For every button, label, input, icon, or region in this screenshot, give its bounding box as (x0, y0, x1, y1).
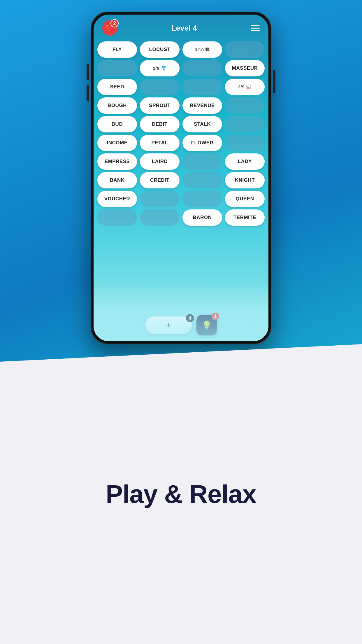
water-shimmer (94, 283, 268, 341)
word-chip-5-0[interactable]: INCOME (97, 135, 137, 151)
word-chip-4-2[interactable]: STALK (182, 116, 222, 132)
word-chip-3-0[interactable]: BOUGH (97, 97, 137, 114)
word-chip-0-3 (225, 41, 265, 58)
word-chip-9-1 (140, 209, 180, 226)
word-chip-8-2 (182, 191, 222, 207)
word-chip-5-3 (225, 135, 265, 151)
word-chip-9-2[interactable]: BARON (182, 209, 222, 226)
word-chip-8-0[interactable]: VOUCHER (97, 191, 137, 207)
word-chip-3-2[interactable]: REVENUE (182, 97, 222, 114)
word-chip-9-0 (97, 209, 137, 226)
word-chip-8-1 (140, 191, 180, 207)
word-chip-7-1[interactable]: CREDIT (140, 172, 180, 188)
word-row-5: INCOMEPETALFLOWER (99, 135, 263, 151)
word-row-1: 2/9 🐬MASSEUR (99, 60, 263, 76)
word-chip-7-0[interactable]: BANK (97, 172, 137, 188)
word-chip-8-3[interactable]: QUEEN (225, 191, 265, 207)
lives-display: ❤️ 2 (102, 20, 117, 36)
tagline: Play & Relax (106, 480, 256, 508)
word-row-8: VOUCHERQUEEN (99, 191, 263, 207)
word-chip-0-0[interactable]: FLY (97, 41, 137, 58)
word-chip-7-3[interactable]: KNIGHT (225, 172, 265, 188)
word-chip-5-2[interactable]: FLOWER (182, 135, 222, 151)
word-chip-0-1[interactable]: LOCUST (140, 41, 180, 58)
vol-up-button (87, 64, 89, 80)
word-chip-6-3[interactable]: LADY (225, 153, 265, 170)
word-chip-1-0 (97, 60, 137, 76)
word-chip-2-0[interactable]: SEED (97, 79, 137, 95)
word-chip-9-3[interactable]: TERMITE (225, 209, 265, 226)
phone-wrapper: ❤️ 2 Level 4 FLYLOCUST3/10 🏗2/9 🐬MASSEUR… (91, 12, 271, 344)
word-chip-6-0[interactable]: EMPRESS (97, 153, 137, 170)
word-row-9: BARONTERMITE (99, 209, 263, 226)
word-chip-2-1 (140, 79, 180, 95)
word-chip-0-2[interactable]: 3/10 🏗 (182, 41, 222, 58)
word-chip-3-3 (225, 97, 265, 114)
word-chip-4-3 (225, 116, 265, 132)
word-chip-5-1[interactable]: PETAL (140, 135, 180, 151)
power-button (273, 70, 275, 93)
phone-frame: ❤️ 2 Level 4 FLYLOCUST3/10 🏗2/9 🐬MASSEUR… (91, 12, 271, 344)
word-chip-4-1[interactable]: DEBIT (140, 116, 180, 132)
word-row-0: FLYLOCUST3/10 🏗 (99, 41, 263, 58)
level-title: Level 4 (171, 24, 197, 33)
word-row-4: BUDDEBITSTALK (99, 116, 263, 132)
word-row-6: EMPRESSLAIRDLADY (99, 153, 263, 170)
phone-screen: ❤️ 2 Level 4 FLYLOCUST3/10 🏗2/9 🐬MASSEUR… (94, 15, 268, 341)
header: ❤️ 2 Level 4 (94, 15, 268, 38)
word-chip-1-2 (182, 60, 222, 76)
word-row-3: BOUGHSPROUTREVENUE (99, 97, 263, 114)
heart-count: 2 (110, 19, 119, 27)
bottom-section: Play & Relax (0, 344, 362, 644)
word-chip-6-2 (182, 153, 222, 170)
word-chip-2-2 (182, 79, 222, 95)
word-chip-4-0[interactable]: BUD (97, 116, 137, 132)
vol-down-button (87, 85, 89, 101)
word-chip-6-1[interactable]: LAIRD (140, 153, 180, 170)
menu-icon[interactable] (251, 25, 260, 31)
word-chip-1-3[interactable]: MASSEUR (225, 60, 265, 76)
word-row-2: SEED3/9 📊 (99, 79, 263, 95)
word-chip-2-3[interactable]: 3/9 📊 (225, 79, 265, 95)
word-grid: FLYLOCUST3/10 🏗2/9 🐬MASSEURSEED3/9 📊BOUG… (94, 38, 268, 312)
word-row-7: BANKCREDITKNIGHT (99, 172, 263, 188)
word-chip-3-1[interactable]: SPROUT (140, 97, 180, 114)
word-chip-1-1[interactable]: 2/9 🐬 (140, 60, 180, 76)
word-chip-7-2 (182, 172, 222, 188)
